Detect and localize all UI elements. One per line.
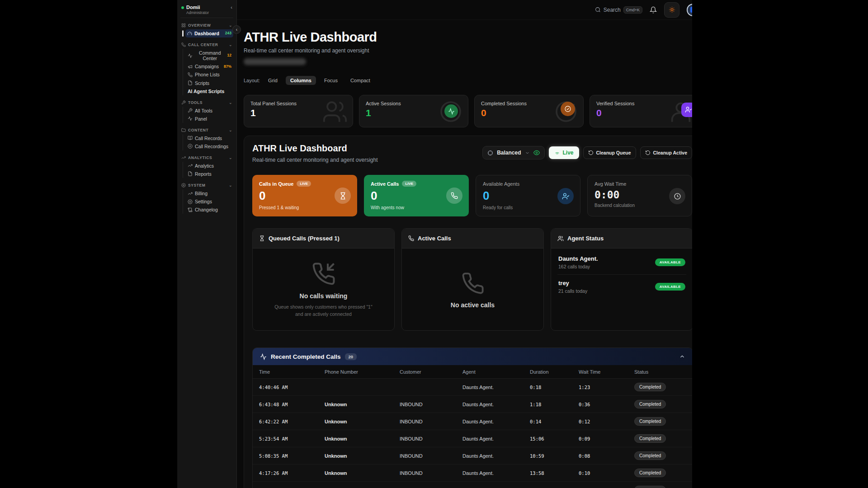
panel-title: Queued Calls (Pressed 1) <box>269 235 340 242</box>
activity-icon <box>260 353 267 360</box>
sidebar-item-command-center[interactable]: Command Center 12 <box>186 49 233 62</box>
agent-row: trey 21 calls today AVAILABLE <box>557 275 686 299</box>
app-window: Domii Administrator ‹ OVERVIEW ⌄ Dashboa… <box>177 0 692 488</box>
gear-icon <box>188 199 193 204</box>
mode-dropdown[interactable]: Balanced <box>482 146 544 160</box>
sidebar-item-ai-agent-scripts[interactable]: AI Agent Scripts <box>186 87 233 95</box>
chevron-left-icon[interactable]: ‹ <box>231 5 232 10</box>
sidebar-item-phone-lists[interactable]: Phone Lists <box>186 70 233 79</box>
layout-label: Layout: <box>244 78 260 83</box>
col-time: Time <box>259 369 325 375</box>
agent-status-header: Agent Status <box>551 229 692 249</box>
cell-agent: Daunts Agent. <box>462 453 530 459</box>
panel-title: Agent Status <box>567 235 604 242</box>
section-overview[interactable]: OVERVIEW ⌄ <box>181 23 232 28</box>
cleanup-active-button[interactable]: Cleanup Active <box>640 146 692 159</box>
kpi-row: Calls in Queue LIVE 0 Pressed 1 & waitin… <box>252 175 692 216</box>
sidebar-item-call-records[interactable]: Call Records <box>186 134 233 142</box>
col-phone-number: Phone Number <box>325 369 400 375</box>
section-label: ANALYTICS <box>188 155 212 160</box>
page-subtitle: Real-time call center monitoring and age… <box>244 47 692 54</box>
section-tools[interactable]: TOOLS ⌄ <box>181 100 232 105</box>
section-analytics[interactable]: ANALYTICS ⌄ <box>181 155 232 160</box>
layout-grid-icon <box>181 23 186 28</box>
status-badge: Completed <box>634 434 666 443</box>
sidebar-collapse-button[interactable]: ‹ <box>232 25 241 34</box>
sidebar-item-label: All Tools <box>195 108 231 113</box>
live-toggle-button[interactable]: Live <box>549 146 579 159</box>
sidebar-item-analytics[interactable]: Analytics <box>186 162 233 170</box>
sidebar-item-campaigns[interactable]: Campaigns 87% <box>186 62 233 70</box>
page-content: ATHR Live Dashboard Real-time call cente… <box>237 20 692 488</box>
section-label: CALL CENTER <box>188 42 218 47</box>
sidebar-item-settings[interactable]: Settings <box>186 197 233 206</box>
cell-customer: INBOUND <box>400 402 462 407</box>
cleanup-active-label: Cleanup Active <box>653 150 687 155</box>
cell-duration: 0:18 <box>530 385 579 390</box>
kpi-calls-in-queue: Calls in Queue LIVE 0 Pressed 1 & waitin… <box>252 175 357 216</box>
bell-icon[interactable] <box>650 6 657 14</box>
cell-phone: Unknown <box>325 402 400 407</box>
col-status: Status <box>634 369 692 375</box>
cleanup-queue-button[interactable]: Cleanup Queue <box>583 146 636 159</box>
sidebar-item-call-recordings[interactable]: Call Recordings <box>186 142 233 150</box>
stat-active-sessions: Active Sessions 1 <box>359 95 468 127</box>
cell-agent: Daunts Agent. <box>462 470 530 476</box>
sidebar-item-changelog[interactable]: Changelog <box>186 206 233 214</box>
sidebar-item-all-tools[interactable]: All Tools <box>186 107 233 115</box>
sidebar-item-label: Call Records <box>195 136 231 141</box>
cell-customer: INBOUND <box>400 419 462 424</box>
kpi-label: Active Calls <box>371 181 399 187</box>
section-label: TOOLS <box>188 100 203 105</box>
sidebar-item-label: Analytics <box>195 163 231 169</box>
chevron-down-icon: ⌄ <box>229 128 232 132</box>
layout-option-focus[interactable]: Focus <box>320 76 342 85</box>
live-dashboard-panel: ATHR Live Dashboard Real-time call cente… <box>244 136 692 488</box>
section-system[interactable]: SYSTEM ⌄ <box>181 183 232 188</box>
layout-option-columns[interactable]: Columns <box>286 76 316 85</box>
user-avatar[interactable] <box>687 4 692 16</box>
sidebar-item-panel[interactable]: Panel <box>186 115 233 123</box>
sidebar-item-scripts[interactable]: Scripts <box>186 79 233 87</box>
hourglass-icon <box>259 235 265 241</box>
sidebar-item-dashboard[interactable]: Dashboard 243 <box>185 29 233 38</box>
sidebar-item-reports[interactable]: Reports <box>186 170 233 178</box>
hourglass-icon <box>335 188 351 204</box>
cell-duration: 10:59 <box>530 453 579 459</box>
cell-customer: INBOUND <box>400 453 462 459</box>
col-duration: Duration <box>530 369 579 375</box>
section-label: CONTENT <box>188 128 208 132</box>
status-badge: Completed <box>634 469 666 477</box>
layout-option-compact[interactable]: Compact <box>346 76 375 85</box>
section-content[interactable]: CONTENT ⌄ <box>181 128 232 132</box>
sidebar-item-label: Scripts <box>195 80 231 86</box>
chevron-up-icon[interactable] <box>679 353 685 360</box>
status-badge: Completed <box>634 400 666 408</box>
chevron-down-icon: ⌄ <box>229 100 232 105</box>
theme-toggle-button[interactable] <box>664 2 679 18</box>
status-badge: Completed <box>634 383 666 391</box>
check-circle-icon <box>561 102 575 116</box>
page-title: ATHR Live Dashboard <box>244 30 692 45</box>
sidebar-item-label: Reports <box>195 171 231 177</box>
recent-completed-calls: Recent Completed Calls 20 Time Phone Num… <box>252 347 692 488</box>
section-label: OVERVIEW <box>188 23 211 28</box>
file-icon <box>188 80 193 85</box>
user-block[interactable]: Domii Administrator ‹ <box>180 4 233 18</box>
section-call-center[interactable]: CALL CENTER ⌄ <box>181 42 232 47</box>
search-button[interactable]: Search Cmd+K <box>595 6 642 14</box>
chevron-down-icon: ⌄ <box>229 183 232 188</box>
empty-state-title: No active calls <box>451 301 495 309</box>
avatar-image <box>690 7 693 13</box>
status-badge: Completed <box>634 417 666 426</box>
scroll-icon <box>188 207 193 212</box>
eye-icon[interactable] <box>533 150 540 156</box>
sidebar-item-billing[interactable]: Billing <box>186 189 233 197</box>
kpi-subtext: Ready for calls <box>483 205 573 210</box>
activity-icon <box>188 53 193 58</box>
layout-option-grid[interactable]: Grid <box>264 76 282 85</box>
cell-phone: Unknown <box>325 470 400 476</box>
recent-completed-header[interactable]: Recent Completed Calls 20 <box>253 348 692 365</box>
agent-name: Daunts Agent. <box>558 255 598 262</box>
cell-phone: Unknown <box>325 419 400 424</box>
